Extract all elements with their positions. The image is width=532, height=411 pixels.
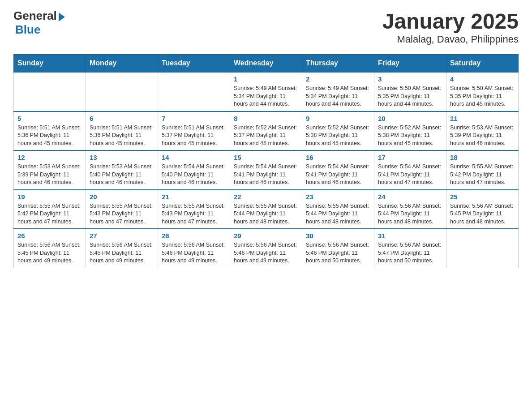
day-info: Sunrise: 5:55 AM Sunset: 5:42 PM Dayligh… <box>17 202 82 226</box>
day-number: 3 <box>378 75 442 83</box>
calendar-week-row: 5Sunrise: 5:51 AM Sunset: 5:36 PM Daylig… <box>14 111 519 151</box>
calendar-cell: 4Sunrise: 5:50 AM Sunset: 5:35 PM Daylig… <box>446 72 519 111</box>
day-info: Sunrise: 5:51 AM Sunset: 5:36 PM Dayligh… <box>17 124 82 148</box>
day-info: Sunrise: 5:53 AM Sunset: 5:39 PM Dayligh… <box>450 124 515 148</box>
day-number: 15 <box>234 154 298 161</box>
day-info: Sunrise: 5:53 AM Sunset: 5:39 PM Dayligh… <box>17 163 82 187</box>
calendar-day-header: Monday <box>86 55 158 73</box>
day-info: Sunrise: 5:56 AM Sunset: 5:46 PM Dayligh… <box>162 241 226 265</box>
day-number: 11 <box>450 115 515 122</box>
day-number: 17 <box>378 154 442 161</box>
calendar-week-row: 1Sunrise: 5:49 AM Sunset: 5:34 PM Daylig… <box>14 72 519 111</box>
page-header: General Blue January 2025 Malalag, Davao… <box>13 9 519 45</box>
calendar-cell <box>158 72 230 111</box>
calendar-cell: 11Sunrise: 5:53 AM Sunset: 5:39 PM Dayli… <box>446 111 519 151</box>
calendar-cell: 7Sunrise: 5:51 AM Sunset: 5:37 PM Daylig… <box>158 111 230 151</box>
day-number: 22 <box>234 193 298 201</box>
calendar-week-row: 19Sunrise: 5:55 AM Sunset: 5:42 PM Dayli… <box>14 190 519 229</box>
calendar-week-row: 26Sunrise: 5:56 AM Sunset: 5:45 PM Dayli… <box>14 229 519 268</box>
calendar-cell: 21Sunrise: 5:55 AM Sunset: 5:43 PM Dayli… <box>158 190 230 229</box>
day-number: 14 <box>162 154 226 161</box>
day-info: Sunrise: 5:55 AM Sunset: 5:43 PM Dayligh… <box>90 202 154 226</box>
day-number: 25 <box>450 193 515 201</box>
day-info: Sunrise: 5:54 AM Sunset: 5:41 PM Dayligh… <box>234 163 298 187</box>
calendar-cell: 19Sunrise: 5:55 AM Sunset: 5:42 PM Dayli… <box>14 190 86 229</box>
calendar-subtitle: Malalag, Davao, Philippines <box>382 34 519 45</box>
day-number: 19 <box>17 193 82 201</box>
day-number: 27 <box>90 232 154 240</box>
day-number: 31 <box>378 232 442 240</box>
calendar-day-header: Tuesday <box>158 55 230 73</box>
day-info: Sunrise: 5:55 AM Sunset: 5:44 PM Dayligh… <box>234 202 298 226</box>
day-number: 12 <box>17 154 82 161</box>
calendar-cell: 23Sunrise: 5:55 AM Sunset: 5:44 PM Dayli… <box>302 190 374 229</box>
day-info: Sunrise: 5:55 AM Sunset: 5:43 PM Dayligh… <box>162 202 226 226</box>
day-info: Sunrise: 5:55 AM Sunset: 5:44 PM Dayligh… <box>306 202 370 226</box>
calendar-cell: 12Sunrise: 5:53 AM Sunset: 5:39 PM Dayli… <box>14 150 86 190</box>
calendar-cell: 2Sunrise: 5:49 AM Sunset: 5:34 PM Daylig… <box>302 72 374 111</box>
day-info: Sunrise: 5:55 AM Sunset: 5:42 PM Dayligh… <box>450 163 515 187</box>
calendar-cell: 5Sunrise: 5:51 AM Sunset: 5:36 PM Daylig… <box>14 111 86 151</box>
calendar-cell: 16Sunrise: 5:54 AM Sunset: 5:41 PM Dayli… <box>302 150 374 190</box>
day-info: Sunrise: 5:51 AM Sunset: 5:36 PM Dayligh… <box>90 124 154 148</box>
calendar-cell: 22Sunrise: 5:55 AM Sunset: 5:44 PM Dayli… <box>230 190 302 229</box>
day-info: Sunrise: 5:52 AM Sunset: 5:38 PM Dayligh… <box>306 124 370 148</box>
calendar-cell: 13Sunrise: 5:53 AM Sunset: 5:40 PM Dayli… <box>86 150 158 190</box>
day-number: 7 <box>162 115 226 122</box>
calendar-cell: 6Sunrise: 5:51 AM Sunset: 5:36 PM Daylig… <box>86 111 158 151</box>
day-number: 10 <box>378 115 442 122</box>
day-info: Sunrise: 5:50 AM Sunset: 5:35 PM Dayligh… <box>378 85 442 108</box>
day-info: Sunrise: 5:52 AM Sunset: 5:38 PM Dayligh… <box>378 124 442 148</box>
calendar-cell: 25Sunrise: 5:56 AM Sunset: 5:45 PM Dayli… <box>446 190 519 229</box>
day-info: Sunrise: 5:56 AM Sunset: 5:45 PM Dayligh… <box>450 202 515 226</box>
calendar-cell: 9Sunrise: 5:52 AM Sunset: 5:38 PM Daylig… <box>302 111 374 151</box>
calendar-cell: 20Sunrise: 5:55 AM Sunset: 5:43 PM Dayli… <box>86 190 158 229</box>
day-info: Sunrise: 5:56 AM Sunset: 5:46 PM Dayligh… <box>234 241 298 265</box>
day-number: 24 <box>378 193 442 201</box>
calendar-header-row: SundayMondayTuesdayWednesdayThursdayFrid… <box>14 55 519 73</box>
day-info: Sunrise: 5:52 AM Sunset: 5:37 PM Dayligh… <box>234 124 298 148</box>
day-number: 5 <box>17 115 82 122</box>
calendar-day-header: Saturday <box>446 55 519 73</box>
calendar-cell: 1Sunrise: 5:49 AM Sunset: 5:34 PM Daylig… <box>230 72 302 111</box>
calendar-cell: 8Sunrise: 5:52 AM Sunset: 5:37 PM Daylig… <box>230 111 302 151</box>
calendar-cell: 29Sunrise: 5:56 AM Sunset: 5:46 PM Dayli… <box>230 229 302 268</box>
day-number: 2 <box>306 75 370 83</box>
calendar-cell: 27Sunrise: 5:56 AM Sunset: 5:45 PM Dayli… <box>86 229 158 268</box>
logo-general-text: General <box>13 9 57 23</box>
calendar-day-header: Thursday <box>302 55 374 73</box>
calendar-cell: 30Sunrise: 5:56 AM Sunset: 5:46 PM Dayli… <box>302 229 374 268</box>
day-info: Sunrise: 5:54 AM Sunset: 5:41 PM Dayligh… <box>378 163 442 187</box>
day-info: Sunrise: 5:56 AM Sunset: 5:44 PM Dayligh… <box>378 202 442 226</box>
calendar-cell: 15Sunrise: 5:54 AM Sunset: 5:41 PM Dayli… <box>230 150 302 190</box>
calendar-cell: 10Sunrise: 5:52 AM Sunset: 5:38 PM Dayli… <box>374 111 446 151</box>
calendar-cell: 26Sunrise: 5:56 AM Sunset: 5:45 PM Dayli… <box>14 229 86 268</box>
calendar-cell <box>86 72 158 111</box>
calendar-day-header: Wednesday <box>230 55 302 73</box>
calendar-week-row: 12Sunrise: 5:53 AM Sunset: 5:39 PM Dayli… <box>14 150 519 190</box>
calendar-day-header: Sunday <box>14 55 86 73</box>
calendar-title: January 2025 <box>382 9 519 34</box>
day-info: Sunrise: 5:54 AM Sunset: 5:40 PM Dayligh… <box>162 163 226 187</box>
day-number: 9 <box>306 115 370 122</box>
calendar-cell: 3Sunrise: 5:50 AM Sunset: 5:35 PM Daylig… <box>374 72 446 111</box>
calendar-cell: 18Sunrise: 5:55 AM Sunset: 5:42 PM Dayli… <box>446 150 519 190</box>
calendar-cell: 31Sunrise: 5:56 AM Sunset: 5:47 PM Dayli… <box>374 229 446 268</box>
day-number: 23 <box>306 193 370 201</box>
day-number: 8 <box>234 115 298 122</box>
day-info: Sunrise: 5:53 AM Sunset: 5:40 PM Dayligh… <box>90 163 154 187</box>
calendar-cell: 28Sunrise: 5:56 AM Sunset: 5:46 PM Dayli… <box>158 229 230 268</box>
day-info: Sunrise: 5:56 AM Sunset: 5:47 PM Dayligh… <box>378 241 442 265</box>
logo-arrow-icon <box>59 13 65 21</box>
day-number: 28 <box>162 232 226 240</box>
day-info: Sunrise: 5:56 AM Sunset: 5:45 PM Dayligh… <box>17 241 82 265</box>
calendar-cell <box>14 72 86 111</box>
calendar-cell: 24Sunrise: 5:56 AM Sunset: 5:44 PM Dayli… <box>374 190 446 229</box>
day-number: 21 <box>162 193 226 201</box>
day-number: 4 <box>450 75 515 83</box>
day-info: Sunrise: 5:56 AM Sunset: 5:46 PM Dayligh… <box>306 241 370 265</box>
calendar-cell: 17Sunrise: 5:54 AM Sunset: 5:41 PM Dayli… <box>374 150 446 190</box>
day-number: 26 <box>17 232 82 240</box>
title-block: January 2025 Malalag, Davao, Philippines <box>382 9 519 45</box>
calendar-day-header: Friday <box>374 55 446 73</box>
